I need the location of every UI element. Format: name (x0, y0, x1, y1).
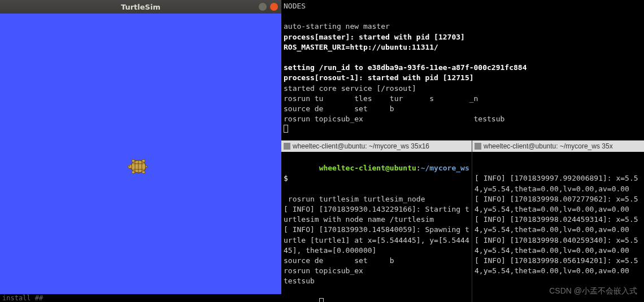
minimize-icon[interactable] (259, 3, 267, 11)
terminal-line: process[master]: started with pid [12703… (284, 32, 642, 42)
terminal-line: rosrun turtlesim turtlesim_node (284, 194, 469, 204)
terminal-line: [ INFO] [1701839998.040259340]: x=5.54,y… (475, 235, 642, 256)
svg-point-5 (132, 171, 135, 174)
terminal-line: source de set b (284, 256, 469, 266)
terminal-line: [ INFO] [1701839930.143229166]: Starting… (284, 204, 469, 225)
svg-point-7 (145, 166, 147, 168)
terminal-line: testsub (284, 276, 469, 286)
terminal-line: NODES (284, 1, 642, 11)
svg-point-4 (142, 160, 145, 163)
terminal-line: rosrun tu tles tur s _n (284, 94, 642, 104)
prompt-path: ~/mycore_ws (421, 164, 469, 172)
terminal-line: process[rosout-1]: started with pid [127… (284, 73, 642, 83)
cursor-icon (284, 125, 288, 133)
close-icon[interactable] (270, 3, 278, 11)
turtlesim-window: TurtleSim install ## (0, 0, 281, 302)
window-title: TurtleSim (121, 3, 160, 11)
svg-point-2 (129, 165, 130, 167)
terminal-line: ROS_MASTER_URI=http://ubuntu:11311/ (284, 42, 642, 52)
terminal-line: started core service [/rosout] (284, 84, 642, 94)
svg-point-6 (142, 171, 145, 174)
tab-icon (284, 143, 290, 150)
terminal-line: source de set b (284, 104, 642, 114)
terminal-line: [ INFO] [1701839998.056194201]: x=5.54,y… (475, 256, 642, 276)
terminal-line: [ INFO] [1701839998.007277962]: x=5.54,y… (475, 194, 642, 215)
terminal-bottom-right[interactable]: wheeltec-client@ubuntu: ~/mycore_ws 35x … (472, 141, 644, 302)
bg-terminal-fragment: install ## (0, 294, 281, 302)
window-titlebar[interactable]: TurtleSim (0, 0, 281, 14)
terminal-bottom-left[interactable]: wheeltec-client@ubuntu: ~/mycore_ws 35x1… (281, 141, 472, 302)
tab-label: wheeltec-client@ubuntu: ~/mycore_ws 35x (484, 142, 613, 150)
cursor-icon (319, 298, 324, 302)
terminal-tab-left[interactable]: wheeltec-client@ubuntu: ~/mycore_ws 35x1… (281, 141, 472, 152)
turtle-icon (127, 155, 150, 178)
prompt-user: wheeltec-client@ubuntu (319, 164, 416, 172)
terminal-tab-right[interactable]: wheeltec-client@ubuntu: ~/mycore_ws 35x (472, 141, 644, 152)
tab-label: wheeltec-client@ubuntu: ~/mycore_ws 35x1… (293, 142, 429, 150)
terminal-content-left: wheeltec-client@ubuntu:~/mycore_ws$ rosr… (281, 152, 472, 302)
terminal-line (284, 52, 642, 63)
terminal-line: [ INFO] [1701839930.145840059]: Spawning… (284, 225, 469, 256)
tab-icon (475, 143, 481, 150)
window-controls (259, 3, 278, 11)
turtlesim-canvas[interactable] (0, 14, 281, 295)
terminal-line: [ INFO] [1701839997.992006891]: x=5.54,y… (475, 173, 642, 194)
terminal-panes: NODES auto-starting new masterprocess[ma… (281, 0, 644, 302)
svg-point-1 (128, 165, 132, 169)
terminal-line (284, 11, 642, 21)
terminal-top[interactable]: NODES auto-starting new masterprocess[ma… (281, 0, 644, 140)
terminal-line: setting /run_id to e38dba9a-93f6-11ee-a8… (284, 63, 642, 73)
terminal-line: auto-starting new master (284, 21, 642, 32)
terminal-line: [ INFO] [1701839998.024459314]: x=5.54,y… (475, 215, 642, 235)
terminal-content-right: [ INFO] [1701839997.992006891]: x=5.54,y… (472, 152, 644, 298)
terminal-line: rosrun topicsub_ex (284, 266, 469, 276)
svg-point-3 (132, 160, 135, 163)
terminal-line: rosrun topicsub_ex testsub (284, 114, 642, 124)
